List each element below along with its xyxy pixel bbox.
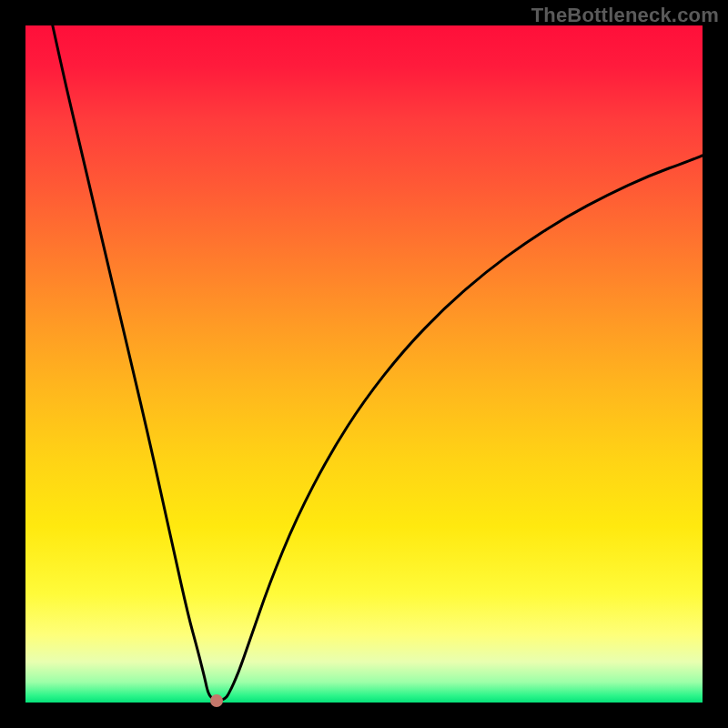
watermark-text: TheBottleneck.com [531,4,719,27]
chart-frame: TheBottleneck.com [0,0,728,728]
curve-path [53,25,703,701]
plot-area [25,25,703,703]
optimum-marker [210,694,223,707]
bottleneck-curve [25,25,703,703]
